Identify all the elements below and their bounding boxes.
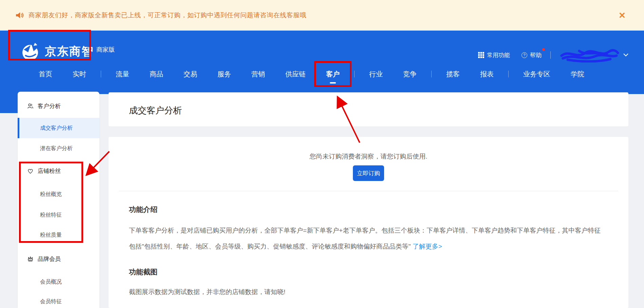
annotation-box-nav-customers — [314, 61, 352, 87]
feature-intro-text: 下单客客户分析，是对店铺已购买用户的分析，全部下单客户=新下单客户+老下单客户。… — [129, 227, 601, 250]
crown-icon — [27, 256, 34, 262]
chevron-down-icon — [623, 53, 628, 57]
nav-item-academy[interactable]: 学院 — [561, 67, 594, 81]
main-nav: 首页 实时 流量 商品 交易 服务 营销 供应链 客户 行业 竞争 揽客 报表 … — [29, 67, 594, 81]
subscribe-message: 您尚未订购消费者洞察，请您订购后使用. — [109, 152, 628, 161]
user-account-menu[interactable] — [560, 48, 628, 62]
nav-divider — [508, 71, 509, 77]
nav-item-reports[interactable]: 报表 — [470, 67, 504, 81]
subscribe-now-button[interactable]: 立即订购 — [353, 165, 384, 181]
nav-divider — [101, 71, 101, 77]
feature-screenshot-note: 截图展示数据为测试数据，并非您的店铺数据，请知晓! — [129, 288, 285, 296]
nav-item-marketing[interactable]: 营销 — [241, 67, 275, 81]
nav-item-supply-chain[interactable]: 供应链 — [275, 67, 316, 81]
close-icon[interactable]: ✕ — [619, 11, 626, 20]
section-divider — [119, 191, 618, 191]
header-divider — [550, 51, 551, 59]
notice-banner: 商家朋友们好，商家版全新售卖已上线，可正常订购，如订购中遇到任何问题请咨询在线客… — [0, 0, 644, 31]
sidebar-item-member-overview[interactable]: 会员概况 — [18, 275, 99, 289]
notification-dot — [542, 48, 545, 51]
nav-item-industry[interactable]: 行业 — [359, 67, 393, 81]
nav-item-realtime[interactable]: 实时 — [62, 67, 96, 81]
nav-item-competition[interactable]: 竞争 — [393, 67, 427, 81]
quick-menu-label: 常用功能 — [487, 51, 510, 59]
banner-message: 商家朋友们好，商家版全新售卖已上线，可正常订购，如订购中遇到任何问题请咨询在线客… — [29, 11, 306, 20]
nav-divider — [354, 71, 355, 77]
users-icon — [27, 103, 34, 109]
content-card: 您尚未订购消费者洞察，请您订购后使用. 立即订购 功能介绍 下单客客户分析，是对… — [109, 137, 628, 308]
app-header: 京东商智 商家版 常用功能 ? 帮助 — [0, 31, 644, 94]
header-left-extension — [0, 94, 18, 113]
feature-intro-paragraph: 下单客客户分析，是对店铺已购买用户的分析，全部下单客户=新下单客户+老下单客户。… — [129, 222, 601, 254]
header-right-tools: 常用功能 ? 帮助 — [478, 48, 628, 62]
nav-item-products[interactable]: 商品 — [139, 67, 173, 81]
quick-menu-button[interactable]: 常用功能 — [478, 51, 510, 59]
sidebar-group-label: 客户分析 — [38, 102, 61, 110]
help-label: 帮助 — [530, 51, 542, 59]
annotation-box-shop-fans — [19, 162, 83, 243]
nav-item-attract[interactable]: 揽客 — [436, 67, 470, 81]
sidebar-group-customer-analysis[interactable]: 客户分析 — [18, 99, 99, 113]
grid-icon — [478, 52, 484, 58]
speaker-icon — [16, 11, 24, 19]
edition-label: 商家版 — [96, 46, 115, 54]
sidebar-item-deal-customer-analysis[interactable]: 成交客户分析 — [18, 118, 99, 138]
sidebar: 客户分析 成交客户分析 潜在客户分析 店铺粉丝 粉丝概览 粉丝特征 粉丝质量 品… — [18, 92, 99, 308]
nav-item-business-zone[interactable]: 业务专区 — [513, 67, 561, 81]
logo-text: 京东商智 — [45, 44, 94, 59]
help-icon: ? — [522, 52, 527, 58]
user-name-scribble — [560, 48, 619, 62]
nav-item-home[interactable]: 首页 — [29, 67, 62, 81]
learn-more-link[interactable]: 了解更多> — [413, 243, 442, 250]
app-logo[interactable]: 京东商智 — [21, 42, 94, 61]
sidebar-group-brand-members[interactable]: 品牌会员 — [18, 252, 99, 266]
nav-divider — [431, 71, 432, 77]
nav-item-service[interactable]: 服务 — [207, 67, 241, 81]
sidebar-group-label: 品牌会员 — [38, 255, 61, 263]
feature-screenshot-heading: 功能截图 — [129, 267, 157, 277]
nav-item-traffic[interactable]: 流量 — [106, 67, 139, 81]
nav-item-customers[interactable]: 客户 — [316, 67, 350, 81]
nav-item-transactions[interactable]: 交易 — [173, 67, 207, 81]
help-button[interactable]: ? 帮助 — [522, 51, 542, 59]
jd-dog-logo-icon — [21, 42, 40, 61]
sidebar-item-member-features[interactable]: 会员特征 — [18, 295, 99, 308]
page-title-card: 成交客户分析 — [109, 92, 628, 126]
feature-intro-heading: 功能介绍 — [129, 205, 157, 214]
sidebar-item-potential-customer-analysis[interactable]: 潜在客户分析 — [18, 142, 99, 155]
page-title: 成交客户分析 — [129, 105, 182, 116]
